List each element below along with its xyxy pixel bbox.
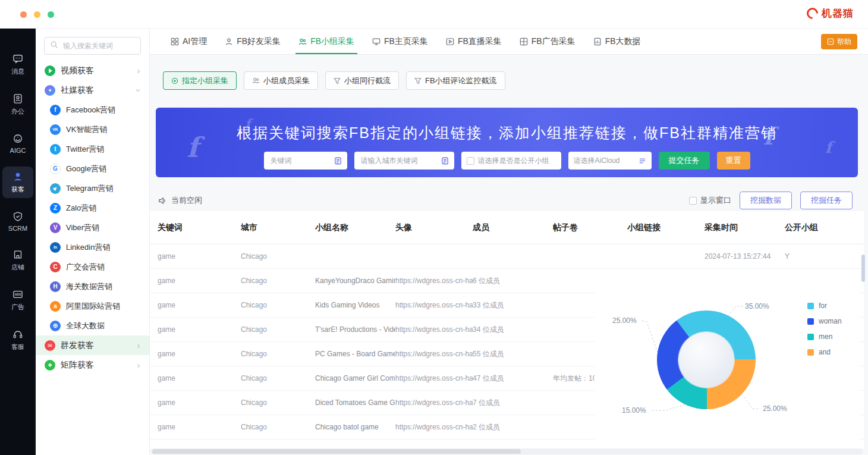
status-actions: 显示窗口 挖掘数据 挖掘任务 <box>689 192 853 209</box>
subtab-designated-group[interactable]: 指定小组采集 <box>163 71 237 90</box>
keyword-input[interactable] <box>269 156 331 165</box>
sidebar-item-aigc[interactable]: AIGC <box>2 128 33 158</box>
horizontal-scrollbar[interactable] <box>151 448 863 454</box>
window-titlebar: 机器猫 <box>0 0 868 29</box>
sidebar-item-canton-fair[interactable]: C广交会营销 <box>36 257 149 277</box>
window-minimize-button[interactable] <box>34 11 40 18</box>
show-window-checkbox[interactable] <box>689 197 697 205</box>
sidebar-item-global-bigdata[interactable]: ⊕全球大数据 <box>36 316 149 335</box>
help-label: 帮助 <box>837 37 851 47</box>
show-window-option[interactable]: 显示窗口 <box>689 195 731 206</box>
sidebar-item-support[interactable]: 客服 <box>2 324 33 356</box>
tab-fb-live[interactable]: FB直播采集 <box>437 29 511 54</box>
customs-icon: H <box>50 281 61 292</box>
menu-label: Zalo营销 <box>66 203 96 214</box>
sidebar-search[interactable] <box>44 37 141 55</box>
sidebar-item-telegram[interactable]: ▶Telegram营销 <box>36 178 149 198</box>
submit-task-button[interactable]: 提交任务 <box>659 152 710 170</box>
ads-icon: ADS <box>12 288 24 300</box>
tab-fb-bigdata[interactable]: FB大数据 <box>584 29 650 54</box>
globe-data-icon: ⊕ <box>50 321 61 331</box>
task-banner: 根据关键词搜索FB指定的小组链接，添加小组推荐链接，做FB社群精准营销 请选择是… <box>156 108 858 177</box>
keyword-field[interactable] <box>264 152 347 170</box>
app-logo: 机器猫 <box>807 7 854 20</box>
sidebar-item-office[interactable]: 办公 <box>2 89 33 120</box>
tab-fb-ads[interactable]: FB广告采集 <box>511 29 584 54</box>
reset-button[interactable]: 重置 <box>717 152 750 170</box>
chevron-right-icon <box>135 341 142 350</box>
mine-task-button[interactable]: 挖掘任务 <box>800 192 853 209</box>
window-maximize-button[interactable] <box>48 11 54 18</box>
sidebar-item-scrm[interactable]: SCRM <box>2 206 33 236</box>
sidebar-item-acquisition[interactable]: 获客 <box>2 167 33 198</box>
person-icon <box>12 171 24 183</box>
window-grid-icon <box>520 37 528 46</box>
sidebar-item-viber[interactable]: VViber营销 <box>36 218 149 237</box>
search-input[interactable] <box>62 41 135 51</box>
google-icon: G <box>50 164 61 174</box>
tab-fb-pages[interactable]: FB主页采集 <box>363 29 437 54</box>
grid-icon <box>171 37 179 46</box>
city-input[interactable] <box>360 156 438 165</box>
legend-item[interactable]: woman <box>807 313 842 329</box>
sidebar-item-label: 办公 <box>11 107 24 116</box>
tab-fb-groups[interactable]: FB小组采集 <box>290 29 363 54</box>
menu-label: Viber营销 <box>66 222 99 233</box>
legend-item[interactable]: for <box>807 298 842 313</box>
doc-chart-icon <box>593 37 602 46</box>
tab-label: FB大数据 <box>605 36 641 47</box>
aicloud-select[interactable]: 请选择AiCloud <box>568 152 652 170</box>
tab-ai-manage[interactable]: AI管理 <box>162 29 216 54</box>
table-row[interactable]: gameChicago2024-07-13 15:27:44Y <box>150 244 864 269</box>
sidebar-item-messages[interactable]: 消息 <box>2 49 33 80</box>
people-icon <box>252 77 260 84</box>
sidebar-item-facebook[interactable]: fFacebook营销 <box>36 100 149 120</box>
sidebar-item-ads[interactable]: ADS 广告 <box>2 284 33 316</box>
sidebar-item-label: 店铺 <box>11 263 24 272</box>
horizontal-scrollbar-thumb[interactable] <box>152 449 521 454</box>
tab-fb-friends[interactable]: FB好友采集 <box>216 29 290 54</box>
task-form: 请选择是否是公开小组 请选择AiCloud 提交任务 重置 <box>156 152 858 170</box>
sidebar-item-video-acquisition[interactable]: 视频获客 <box>36 61 149 80</box>
brand-icon <box>804 5 820 21</box>
doc-icon <box>334 157 342 165</box>
help-button[interactable]: 帮助 <box>821 34 857 49</box>
legend-item[interactable]: men <box>807 329 842 344</box>
sidebar-item-google[interactable]: GGoogle营销 <box>36 159 149 178</box>
subtab-group-members[interactable]: 小组成员采集 <box>244 71 318 90</box>
menu-label: Facebook营销 <box>66 105 115 115</box>
subtab-comment-monitor[interactable]: FB小组评论监控截流 <box>406 71 505 90</box>
menu-label: Telegram营销 <box>66 183 113 194</box>
store-icon <box>12 249 24 261</box>
people-icon <box>298 37 307 46</box>
sidebar-item-linkedin[interactable]: inLinkedin营销 <box>36 237 149 257</box>
chat-icon <box>12 53 24 65</box>
public-group-checkbox[interactable] <box>467 157 474 165</box>
sidebar-item-twitter[interactable]: tTwitter营销 <box>36 139 149 159</box>
sidebar-item-mass-acquisition[interactable]: 群发获客 <box>36 335 149 355</box>
public-group-select[interactable]: 请选择是否是公开小组 <box>461 152 561 170</box>
sidebar-item-zalo[interactable]: ZZalo营销 <box>36 198 149 218</box>
sidebar-item-alibaba[interactable]: a阿里国际站营销 <box>36 296 149 316</box>
sidebar-item-shop[interactable]: 店铺 <box>2 244 33 276</box>
legend-swatch <box>807 334 814 340</box>
sidebar-item-matrix-acquisition[interactable]: 矩阵获客 <box>36 355 149 375</box>
vertical-scrollbar-thumb[interactable] <box>861 255 865 282</box>
window-close-button[interactable] <box>20 11 27 18</box>
play-square-icon <box>446 37 454 46</box>
select-placeholder: 请选择AiCloud <box>574 156 620 166</box>
chart-percent-label: 35.00% <box>745 302 769 310</box>
sidebar-item-vk[interactable]: VKVK智能营销 <box>36 120 149 139</box>
col-posts: 帖子卷 <box>553 222 627 233</box>
speaker-icon <box>158 196 167 205</box>
subtab-peer-interception[interactable]: 小组同行截流 <box>325 71 399 90</box>
chart-percent-label: 25.00% <box>763 404 787 413</box>
sidebar-item-social-acquisition[interactable]: 社媒获客 <box>36 80 149 100</box>
legend-item[interactable]: and <box>807 344 842 360</box>
chart-percent-label: 15.00% <box>622 406 646 415</box>
city-field[interactable] <box>354 152 454 170</box>
tab-label: FB小组采集 <box>310 36 354 47</box>
tab-label: FB好友采集 <box>237 36 281 47</box>
sidebar-item-customs-data[interactable]: H海关数据营销 <box>36 277 149 296</box>
mine-data-button[interactable]: 挖掘数据 <box>740 192 792 209</box>
